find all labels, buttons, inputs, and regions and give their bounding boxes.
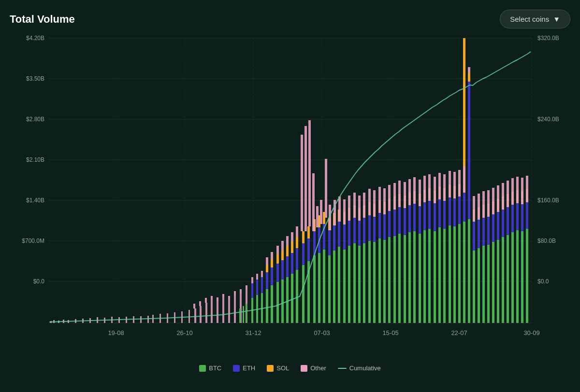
svg-rect-63 <box>222 298 224 323</box>
svg-rect-161 <box>423 202 426 230</box>
svg-rect-87 <box>333 251 335 323</box>
svg-rect-98 <box>388 237 391 323</box>
svg-rect-133 <box>281 260 284 280</box>
svg-rect-162 <box>428 201 431 229</box>
svg-rect-184 <box>271 259 273 267</box>
legend-sol: SOL <box>267 364 289 372</box>
svg-rect-114 <box>468 219 470 323</box>
svg-rect-246 <box>251 277 253 283</box>
svg-rect-112 <box>458 224 461 323</box>
legend-btc: BTC <box>199 364 221 372</box>
svg-rect-107 <box>434 231 436 323</box>
svg-rect-113 <box>463 222 465 323</box>
svg-rect-69 <box>243 306 244 323</box>
svg-rect-100 <box>398 234 401 323</box>
svg-rect-164 <box>438 199 441 227</box>
svg-rect-103 <box>413 231 416 323</box>
svg-rect-110 <box>449 225 451 323</box>
cumulative-label: Cumulative <box>349 364 381 372</box>
svg-text:$320.0B: $320.0B <box>537 35 559 42</box>
chart-header: Total Volume Select coins ▼ <box>10 10 570 28</box>
svg-rect-91 <box>353 243 356 323</box>
svg-rect-59 <box>200 306 202 323</box>
svg-rect-301 <box>516 177 519 203</box>
svg-rect-149 <box>363 218 365 243</box>
svg-text:$240.0B: $240.0B <box>537 116 559 123</box>
svg-rect-126 <box>526 229 528 323</box>
svg-rect-269 <box>358 196 361 221</box>
svg-rect-123 <box>511 232 514 323</box>
svg-rect-145 <box>343 224 346 250</box>
svg-rect-270 <box>363 193 365 218</box>
dashboard-container: Total Volume Select coins ▼ <box>0 0 580 392</box>
svg-rect-240 <box>217 297 218 301</box>
svg-text:07-03: 07-03 <box>314 329 330 336</box>
svg-rect-183 <box>266 265 268 272</box>
svg-rect-288 <box>453 172 456 198</box>
svg-rect-238 <box>205 298 207 303</box>
svg-rect-151 <box>373 217 376 242</box>
svg-rect-179 <box>511 205 514 232</box>
svg-rect-178 <box>507 207 509 235</box>
svg-rect-249 <box>266 257 268 265</box>
svg-rect-237 <box>199 301 201 306</box>
svg-rect-64 <box>228 300 230 323</box>
svg-rect-105 <box>423 230 426 323</box>
svg-rect-142 <box>328 230 331 255</box>
svg-text:$4.20B: $4.20B <box>26 35 44 42</box>
svg-rect-86 <box>328 255 331 323</box>
svg-text:$0.0: $0.0 <box>537 278 549 285</box>
svg-rect-182 <box>526 202 528 229</box>
svg-rect-242 <box>228 296 230 300</box>
sol-color-swatch <box>267 365 274 372</box>
svg-rect-79 <box>291 274 293 323</box>
svg-rect-255 <box>296 226 298 237</box>
svg-rect-148 <box>358 221 361 246</box>
svg-text:15-05: 15-05 <box>382 329 398 336</box>
svg-rect-253 <box>286 236 289 246</box>
svg-rect-118 <box>487 245 490 323</box>
svg-text:$160.0B: $160.0B <box>537 197 559 204</box>
chevron-down-icon: ▼ <box>553 15 560 23</box>
eth-color-swatch <box>233 365 240 372</box>
svg-rect-65 <box>234 295 236 323</box>
svg-rect-74 <box>266 289 268 323</box>
svg-rect-173 <box>482 218 485 246</box>
svg-rect-89 <box>343 250 346 323</box>
svg-rect-189 <box>296 237 298 248</box>
svg-rect-191 <box>307 226 310 238</box>
legend-other: Other <box>301 364 326 372</box>
svg-rect-81 <box>302 265 304 323</box>
other-label: Other <box>310 364 326 372</box>
svg-rect-223 <box>468 73 470 82</box>
svg-rect-80 <box>296 270 298 323</box>
svg-text:19-08: 19-08 <box>108 329 124 336</box>
svg-rect-127 <box>251 283 253 298</box>
page-title: Total Volume <box>10 13 75 26</box>
volume-chart: $4.20B $3.50B $2.80B $2.10B $1.40B $700.… <box>10 33 570 362</box>
svg-rect-180 <box>516 203 519 230</box>
svg-rect-138 <box>307 238 310 261</box>
svg-rect-257 <box>304 126 307 231</box>
svg-rect-300 <box>511 178 514 205</box>
svg-rect-176 <box>497 212 499 240</box>
svg-rect-119 <box>492 242 494 323</box>
svg-rect-68 <box>239 308 241 323</box>
svg-rect-150 <box>368 215 371 241</box>
svg-rect-106 <box>428 229 431 323</box>
svg-text:$3.50B: $3.50B <box>26 75 44 82</box>
svg-rect-90 <box>348 246 350 323</box>
svg-rect-157 <box>404 208 406 235</box>
svg-rect-285 <box>438 173 441 199</box>
svg-text:$0.0: $0.0 <box>33 278 45 285</box>
svg-rect-290 <box>463 167 465 193</box>
svg-rect-160 <box>419 206 421 234</box>
svg-text:$1.40B: $1.40B <box>26 197 44 204</box>
select-coins-button[interactable]: Select coins ▼ <box>500 10 570 28</box>
svg-rect-156 <box>398 207 401 234</box>
svg-rect-239 <box>211 296 213 300</box>
svg-rect-158 <box>408 205 411 232</box>
svg-rect-58 <box>194 308 196 323</box>
svg-rect-248 <box>261 271 263 277</box>
svg-rect-77 <box>281 280 284 323</box>
